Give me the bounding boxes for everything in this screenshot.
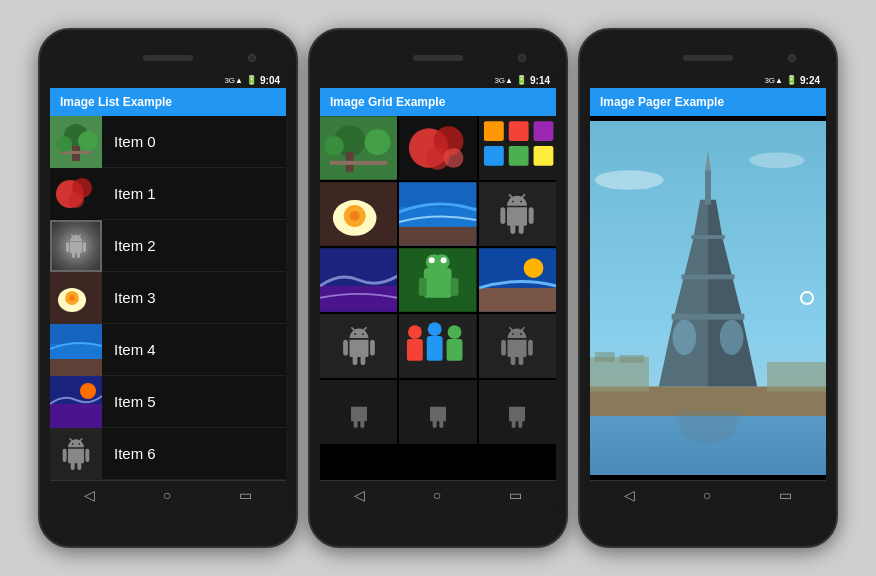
phone-2-top [320,48,556,68]
list-thumb-3 [50,272,102,324]
list-label-2: Item 2 [114,237,156,254]
eiffel-image [590,118,826,478]
svg-point-19 [80,383,96,399]
list-item-2[interactable]: Item 2 [50,220,286,272]
grid-cell-8[interactable] [479,248,556,312]
svg-point-30 [444,148,464,168]
phones-container: 3G▲ 🔋 9:04 Image List Example [28,18,848,558]
phone-1-time: 9:04 [260,75,280,86]
phone-1-bottom [50,512,286,528]
home-button-3[interactable]: ○ [703,487,711,503]
svg-point-4 [56,136,72,152]
grid-cell-10[interactable] [399,314,476,378]
grid-cell-9[interactable] [320,314,397,378]
svg-point-9 [68,192,84,208]
phone-3-speaker [683,55,733,61]
grid-cell-12[interactable] [320,380,397,444]
svg-point-13 [69,295,75,301]
grid-cell-3[interactable] [320,182,397,246]
recent-button-2[interactable]: ▭ [509,487,522,503]
list-thumb-1 [50,168,102,220]
phone-2-speaker [413,55,463,61]
svg-rect-54 [451,278,459,296]
svg-point-57 [523,258,543,278]
phone-2-time: 9:14 [530,75,550,86]
phone-1-nav-bar: ◁ ○ ▭ [50,480,286,508]
phone-3-top [590,48,826,68]
grid-cell-2[interactable] [479,116,556,180]
svg-rect-32 [484,121,504,141]
svg-point-89 [595,170,664,190]
signal-text: 3G▲ [224,76,243,85]
grid-cell-11[interactable] [479,314,556,378]
recent-button-3[interactable]: ▭ [779,487,792,503]
list-item-4[interactable]: Item 4 [50,324,286,376]
phone-3-app-title: Image Pager Example [600,95,724,109]
battery-icon: 🔋 [246,75,257,85]
svg-rect-48 [424,268,452,298]
svg-rect-46 [320,286,397,312]
phone-2-bottom [320,512,556,528]
phone-3-app-bar: Image Pager Example [590,88,826,116]
svg-rect-34 [533,121,553,141]
svg-rect-81 [691,235,724,239]
svg-rect-35 [484,146,504,166]
svg-rect-56 [479,288,556,312]
grid-cell-6[interactable] [320,248,397,312]
svg-rect-33 [508,121,528,141]
list-thumb-4 [50,324,102,376]
svg-point-82 [673,320,697,355]
grid-cell-5[interactable] [479,182,556,246]
phone-1-camera [248,54,256,62]
svg-rect-77 [705,170,711,204]
list-label-5: Item 5 [114,393,156,410]
svg-point-51 [429,257,435,263]
phone-3-camera [788,54,796,62]
phone-1-top [50,48,286,68]
list-item-6[interactable]: Item 6 [50,428,286,480]
list-thumb-6 [50,428,102,480]
back-button-1[interactable]: ◁ [84,487,95,503]
svg-point-25 [365,129,391,155]
phone-3-content[interactable] [590,116,826,480]
svg-point-5 [78,131,98,151]
home-button-1[interactable]: ○ [163,487,171,503]
svg-rect-23 [330,161,388,165]
battery-icon-3: 🔋 [786,75,797,85]
phone-1: 3G▲ 🔋 9:04 Image List Example [38,28,298,548]
phone-3-status-bar: 3G▲ 🔋 9:24 [590,72,826,88]
svg-rect-53 [419,278,427,296]
grid-cell-13[interactable] [399,380,476,444]
phone-3-bottom [590,512,826,528]
svg-rect-59 [407,339,423,361]
list-label-6: Item 6 [114,445,156,462]
phone-1-content[interactable]: Item 0 Item 1 [50,116,286,480]
grid-cell-4[interactable] [399,182,476,246]
list-item-5[interactable]: Item 5 [50,376,286,428]
battery-icon-2: 🔋 [516,75,527,85]
phone-3: 3G▲ 🔋 9:24 Image Pager Example [578,28,838,548]
phone-2-camera [518,54,526,62]
svg-point-90 [749,152,804,168]
list-label-0: Item 0 [114,133,156,150]
recent-button-1[interactable]: ▭ [239,487,252,503]
phone-2-content[interactable] [320,116,556,480]
home-button-2[interactable]: ○ [433,487,441,503]
grid-cell-1[interactable] [399,116,476,180]
list-item-1[interactable]: Item 1 [50,168,286,220]
back-button-3[interactable]: ◁ [624,487,635,503]
phone-1-speaker [143,55,193,61]
phone-3-screen: 3G▲ 🔋 9:24 Image Pager Example [590,72,826,508]
svg-rect-79 [672,314,745,320]
svg-rect-80 [681,274,734,279]
list-label-4: Item 4 [114,341,156,358]
back-button-2[interactable]: ◁ [354,487,365,503]
list-item-3[interactable]: Item 3 [50,272,286,324]
svg-rect-88 [620,355,645,363]
grid-cell-7[interactable] [399,248,476,312]
svg-rect-37 [533,146,553,166]
list-item-0[interactable]: Item 0 [50,116,286,168]
svg-point-24 [324,136,344,156]
grid-cell-0[interactable] [320,116,397,180]
grid-cell-14[interactable] [479,380,556,444]
